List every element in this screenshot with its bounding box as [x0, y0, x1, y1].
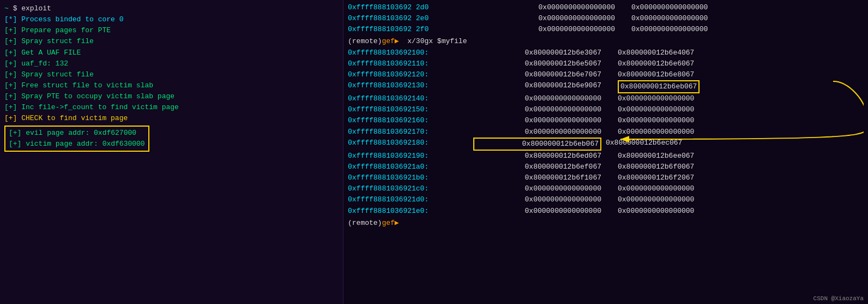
- data-row-100: 0xffff888103692100: 0x800000012b6e3067 0…: [348, 47, 864, 58]
- data-row-1c0: 0xffff8881036921c0: 0x0000000000000000 0…: [348, 183, 864, 194]
- data-row-180: 0xffff888103692180: 0x800000012b6eb067 0…: [348, 138, 864, 151]
- spray1-line: [+] Spray struct file: [4, 36, 339, 47]
- data-row-160: 0xffff888103692160: 0x0000000000000000 0…: [348, 115, 864, 126]
- watermark: CSDN @XiaozaYa: [813, 295, 864, 302]
- evil-page-line: [+] evil page addr: 0xdf627000: [9, 128, 145, 139]
- victim-page-line: [+] victim page addr: 0xdf630000: [9, 139, 145, 150]
- data-row-190: 0xffff888103692190: 0x800000012b6ed067 0…: [348, 151, 864, 162]
- header-row-1: 0xffff888103692 2d0 0x0000000000000000 0…: [348, 2, 864, 13]
- highlighted-val-130: 0x800000012b6eb067: [618, 80, 700, 93]
- prompt-myfile: (remote) gef▶ x/30gx $myfile: [348, 36, 864, 47]
- left-panel: ~ $ exploit [*] Process binded to core 0…: [0, 0, 343, 304]
- prompt-symbol: ~: [4, 4, 9, 13]
- highlighted-val-180: 0x800000012b6eb067: [473, 138, 601, 151]
- spray-pte-line: [+] Spray PTE to occupy victim slab page: [4, 91, 339, 102]
- data-row-130: 0xffff888103692130: 0x800000012b6e9067 0…: [348, 80, 864, 93]
- free-struct-line: [+] Free struct file to victim slab: [4, 80, 339, 91]
- data-row-170: 0xffff888103692170: 0x0000000000000000 0…: [348, 127, 864, 138]
- data-row-140: 0xffff888103692140: 0x0000000000000000 0…: [348, 93, 864, 104]
- get-uaf-line: [+] Get A UAF FILE: [4, 47, 339, 58]
- data-row-110: 0xffff888103692110: 0x800000012b6e5067 0…: [348, 58, 864, 69]
- data-row-1e0: 0xffff8881036921e0: 0x0000000000000000 0…: [348, 206, 864, 217]
- data-row-1b0: 0xffff8881036921b0: 0x800000012b6f1067 0…: [348, 172, 864, 183]
- data-section: 0xffff888103692100: 0x800000012b6e3067 0…: [348, 47, 864, 217]
- check-find-line: [+] CHECK to find victim page: [4, 113, 339, 124]
- process-bind-line: [*] Process binded to core 0: [4, 14, 339, 25]
- inc-file-line: [+] Inc file->f_count to find victim pag…: [4, 102, 339, 113]
- uaf-fd-line: [+] uaf_fd: 132: [4, 58, 339, 69]
- data-row-150: 0xffff888103692150: 0x0000000000000000 0…: [348, 104, 864, 115]
- right-panel: 0xffff888103692 2d0 0x0000000000000000 0…: [343, 0, 868, 304]
- prepare-pte-line: [+] Prepare pages for PTE: [4, 25, 339, 36]
- footer-prompt: (remote) gef▶: [348, 218, 864, 229]
- header-row-2: 0xffff888103692 2e0 0x0000000000000000 0…: [348, 13, 864, 24]
- spray2-line: [+] Spray struct file: [4, 69, 339, 80]
- data-row-1d0: 0xffff8881036921d0: 0x0000000000000000 0…: [348, 194, 864, 205]
- title-line: ~ $ exploit: [4, 3, 339, 14]
- data-row-1a0: 0xffff8881036921a0: 0x800000012b6ef067 0…: [348, 162, 864, 172]
- result-box: [+] evil page addr: 0xdf627000 [+] victi…: [4, 126, 149, 152]
- header-row-3: 0xffff888103692 2f0 0x0000000000000000 0…: [348, 24, 864, 35]
- data-row-120: 0xffff888103692120: 0x800000012b6e7067 0…: [348, 69, 864, 80]
